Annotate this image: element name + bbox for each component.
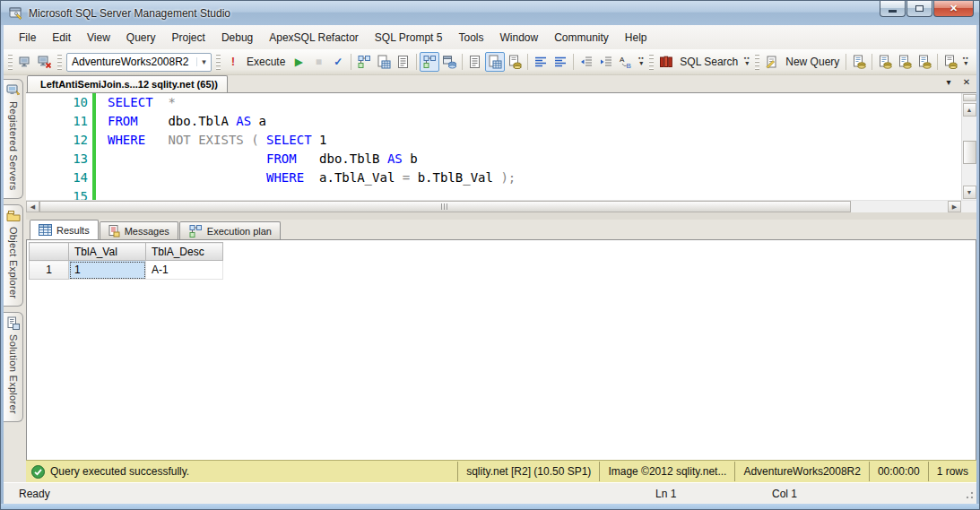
toolbar-separator: [573, 54, 574, 70]
new-query-button[interactable]: New Query: [782, 56, 843, 68]
actual-plan-toggle[interactable]: [420, 52, 439, 72]
stop-icon[interactable]: ■: [308, 52, 328, 72]
available-databases-combobox[interactable]: AdventureWorks2008R2▾: [66, 53, 212, 72]
estimated-plan-icon[interactable]: [354, 52, 374, 72]
scroll-down-icon[interactable]: ▼: [963, 186, 976, 199]
sidebar-tab-label: Object Explorer: [8, 227, 19, 298]
split-handle[interactable]: [963, 94, 976, 101]
maximize-button[interactable]: [906, 1, 932, 17]
results-to-text-icon[interactable]: [465, 52, 485, 72]
increase-indent-icon[interactable]: [596, 52, 616, 72]
toolbar-grip[interactable]: [755, 54, 759, 70]
menu-item-apexsql-refactor[interactable]: ApexSQL Refactor: [261, 28, 367, 48]
decrease-indent-icon[interactable]: [577, 52, 596, 72]
hscroll-thumb[interactable]: [39, 201, 851, 212]
menu-item-sql-prompt-5[interactable]: SQL Prompt 5: [367, 28, 451, 48]
change-connection-icon[interactable]: [35, 52, 55, 72]
dmx-query-icon[interactable]: [895, 52, 915, 72]
results-splitter[interactable]: [26, 212, 976, 220]
status-elapsed-time: 00:00:00: [869, 462, 928, 481]
new-query-icon[interactable]: [762, 52, 782, 72]
execute-button[interactable]: Execute: [243, 56, 289, 68]
menu-item-window[interactable]: Window: [491, 28, 546, 48]
sql-search-button[interactable]: SQL Search: [676, 56, 742, 68]
design-query-icon[interactable]: [394, 52, 413, 72]
sql-editor[interactable]: 101112131415 SELECT *FROM dbo.TblA AS aW…: [26, 93, 976, 200]
combo-dropdown-icon[interactable]: ▾: [196, 57, 211, 66]
document-tab[interactable]: LeftAntiSemiJoin.s...12 sqlity.net (65)): [27, 75, 228, 92]
sidebar-tab-object-explorer[interactable]: Object Explorer: [4, 204, 23, 307]
code-line[interactable]: FROM dbo.TblB AS b: [108, 150, 961, 169]
menu-item-edit[interactable]: Edit: [44, 28, 79, 48]
template-params-icon[interactable]: AB: [616, 52, 636, 72]
grid-column-header-tbla_desc[interactable]: TblA_Desc: [146, 243, 223, 261]
scroll-left-icon[interactable]: ◀: [26, 201, 39, 212]
debug-play-icon[interactable]: ▶: [289, 52, 308, 72]
toolbar-grip[interactable]: [649, 54, 654, 70]
code-line[interactable]: WHERE NOT EXISTS ( SELECT 1: [108, 131, 961, 150]
results-grid-panel[interactable]: TblA_ValTblA_Desc11A-1: [26, 239, 976, 460]
vscroll-thumb[interactable]: [963, 141, 976, 164]
editor-vertical-scrollbar[interactable]: ▲ ▼: [961, 93, 976, 200]
toolbar-overflow-button[interactable]: ▪▪▾: [636, 52, 646, 72]
scroll-right-icon[interactable]: ▶: [948, 201, 961, 212]
menu-item-file[interactable]: File: [11, 28, 44, 48]
sql-search-icon[interactable]: [656, 52, 676, 72]
menu-item-help[interactable]: Help: [617, 28, 655, 48]
analysis-script-icon[interactable]: [941, 52, 960, 72]
code-line[interactable]: FROM dbo.TblA AS a: [108, 112, 961, 131]
stop-icon: ■: [316, 56, 322, 67]
toolbar-grip[interactable]: [57, 54, 62, 70]
database-engine-query-icon[interactable]: [849, 52, 869, 72]
mdx-query-icon[interactable]: [875, 52, 895, 72]
comment-icon[interactable]: [531, 52, 551, 72]
scroll-up-icon[interactable]: ▲: [963, 103, 976, 117]
execute-hint-icon[interactable]: !: [223, 52, 243, 72]
editor-horizontal-scrollbar[interactable]: ◀ ▶: [26, 200, 976, 212]
results-tab-execution-plan[interactable]: Execution plan: [179, 221, 281, 239]
results-to-file-icon[interactable]: [505, 52, 525, 72]
menu-item-community[interactable]: Community: [546, 28, 617, 48]
query-options-icon[interactable]: [374, 52, 394, 72]
toolbar-overflow-button[interactable]: ▪▪▾: [742, 52, 752, 72]
menu-item-tools[interactable]: Tools: [450, 28, 491, 48]
results-icon: [39, 224, 52, 236]
grid-cell[interactable]: 1: [69, 261, 146, 280]
close-button[interactable]: ✕: [933, 1, 974, 17]
vscroll-track[interactable]: [963, 117, 976, 185]
code-line[interactable]: SELECT *: [108, 93, 961, 112]
object-explorer-icon: [6, 209, 21, 223]
code-area[interactable]: SELECT *FROM dbo.TblA AS aWHERE NOT EXIS…: [96, 93, 961, 200]
results-tab-results[interactable]: Results: [30, 220, 99, 239]
results-to-grid-toggle[interactable]: [485, 52, 505, 72]
sidebar-tab-registered-servers[interactable]: Registered Servers: [4, 79, 23, 199]
code-line[interactable]: WHERE a.TblA_Val = b.TblB_Val );: [108, 169, 961, 187]
menu-item-debug[interactable]: Debug: [213, 28, 261, 48]
sidebar-tab-solution-explorer[interactable]: Solution Explorer: [4, 312, 23, 422]
menu-item-view[interactable]: View: [79, 28, 118, 48]
resize-grip[interactable]: [962, 488, 975, 500]
uncomment-icon[interactable]: [551, 52, 570, 72]
debug-play-icon: ▶: [295, 56, 303, 67]
active-files-dropdown-icon[interactable]: ▾: [942, 77, 955, 87]
toolbar-grip[interactable]: [8, 54, 13, 70]
title-bar[interactable]: Microsoft SQL Server Management Studio ✕: [1, 1, 979, 25]
grid-column-header-tbla_val[interactable]: TblA_Val: [69, 243, 146, 261]
close-document-icon[interactable]: ✕: [960, 77, 973, 87]
toolbar-overflow-button[interactable]: ▪▪▾: [960, 52, 971, 72]
grid-cell[interactable]: A-1: [146, 261, 223, 280]
menu-item-project[interactable]: Project: [164, 28, 213, 48]
client-statistics-icon[interactable]: [439, 52, 459, 72]
xmla-query-icon[interactable]: [915, 52, 934, 72]
minimize-button[interactable]: [880, 1, 906, 17]
table-row: 11A-1: [30, 261, 223, 280]
connect-icon[interactable]: [15, 52, 35, 72]
menu-item-query[interactable]: Query: [118, 28, 164, 48]
grid-corner-header[interactable]: [30, 243, 69, 261]
code-line[interactable]: [108, 187, 961, 200]
grid-row-header[interactable]: 1: [30, 261, 69, 280]
results-tab-messages[interactable]: Messages: [100, 221, 178, 239]
toolbar-grip[interactable]: [216, 54, 221, 70]
parse-icon[interactable]: ✓: [328, 52, 348, 72]
app-icon: [9, 6, 23, 21]
